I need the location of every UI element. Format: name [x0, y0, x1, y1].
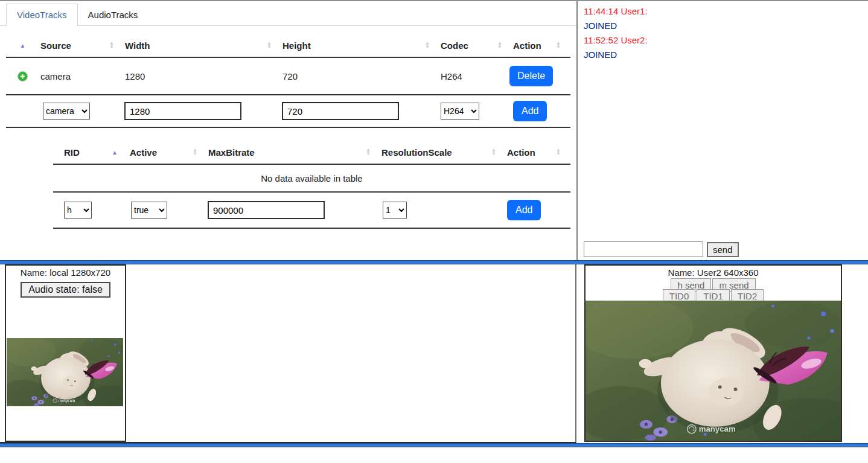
- layers-table: RID ▲ Active ▲▼ MaxBitrate ▲▼ Resolution…: [53, 141, 570, 229]
- layers-empty-row: No data available in table: [53, 165, 570, 193]
- layers-header-action[interactable]: Action ▲▼: [506, 141, 570, 164]
- chat-message-body: JOINED: [584, 48, 868, 62]
- chat-panel: 11:44:14 User1: JOINED 11:52:52 User2: J…: [576, 1, 868, 260]
- add-track-row: camera H264 Add: [6, 95, 570, 128]
- remote-video: [586, 301, 841, 441]
- header-label: Action: [513, 40, 541, 51]
- divider-line-bottom: [0, 443, 868, 447]
- tracks-header-width[interactable]: Width ▲▼: [124, 34, 281, 57]
- sort-icons: ▲▼: [425, 42, 430, 49]
- sort-icons: ▲▼: [491, 148, 496, 156]
- sort-icons: ▲▼: [556, 42, 561, 49]
- chat-input[interactable]: [584, 241, 703, 257]
- tab-audiotracks-label: AudioTracks: [88, 10, 138, 20]
- resolutionscale-select[interactable]: 1: [383, 202, 407, 219]
- tracks-header-codec[interactable]: Codec ▲▼: [439, 34, 512, 57]
- layers-header-active[interactable]: Active ▲▼: [129, 141, 207, 164]
- tab-videotracks-label: VideoTracks: [17, 10, 67, 20]
- header-label: RID: [64, 147, 80, 158]
- chat-message: 11:44:14 User1: JOINED: [584, 4, 868, 33]
- sort-down-icon: ▼: [556, 45, 561, 49]
- sort-down-icon: ▼: [193, 152, 197, 156]
- tracks-header-source[interactable]: Source ▲▼: [39, 34, 124, 57]
- local-video-box: Name: local 1280x720 Audio state: false: [5, 264, 126, 442]
- header-label: Height: [282, 40, 311, 51]
- width-input[interactable]: [124, 102, 241, 120]
- header-label: Width: [125, 40, 150, 51]
- sort-icons: ▲▼: [497, 42, 502, 49]
- add-layer-row: h true 1 Add: [53, 193, 570, 229]
- sort-down-icon: ▼: [267, 45, 272, 49]
- codec-select[interactable]: H264: [441, 103, 479, 120]
- height-input[interactable]: [282, 102, 399, 120]
- chat-log: 11:44:14 User1: JOINED 11:52:52 User2: J…: [578, 1, 868, 62]
- layers-table-header-row: RID ▲ Active ▲▼ MaxBitrate ▲▼ Resolution…: [53, 141, 570, 165]
- local-video-name: Name: local 1280x720: [6, 267, 125, 278]
- header-label: MaxBitrate: [208, 147, 255, 158]
- tracks-table-header-row: ▲ Source ▲▼ Width ▲▼ Height ▲▼ Codec ▲▼ …: [6, 34, 570, 58]
- layers-header-rid[interactable]: RID ▲: [53, 141, 129, 164]
- remote-video-box: Name: User2 640x360 h sendm send TID0TID…: [584, 264, 842, 442]
- header-label: Codec: [441, 40, 468, 51]
- sort-icons: ▲▼: [193, 148, 197, 156]
- sort-icons: ▲▼: [267, 42, 272, 49]
- sort-ascending-icon: ▲: [112, 149, 118, 156]
- chat-message: 11:52:52 User2: JOINED: [584, 33, 868, 62]
- header-label: Action: [507, 147, 535, 158]
- add-layer-button[interactable]: Add: [507, 200, 541, 220]
- expand-row-cell[interactable]: [6, 71, 39, 81]
- source-select[interactable]: camera: [43, 103, 90, 120]
- chat-message-body: JOINED: [584, 19, 868, 33]
- layers-header-maxbitrate[interactable]: MaxBitrate ▲▼: [207, 141, 380, 164]
- track-source-cell: camera: [39, 71, 124, 81]
- sort-down-icon: ▼: [366, 152, 371, 156]
- audio-state-button[interactable]: Audio state: false: [21, 282, 110, 298]
- sort-down-icon: ▼: [556, 152, 561, 156]
- track-height-cell: 720: [281, 71, 439, 81]
- header-label: ResolutionScale: [381, 147, 452, 158]
- header-label: Active: [130, 147, 157, 158]
- remote-video-area: Name: User2 640x360 h sendm send TID0TID…: [578, 264, 868, 443]
- header-label: Source: [40, 40, 71, 51]
- sort-down-icon: ▼: [497, 45, 502, 49]
- webrtc-demo-app: VideoTracks AudioTracks ▲ Source ▲▼ Widt…: [0, 0, 868, 463]
- track-row: camera 1280 720 H264 Delete: [6, 58, 570, 95]
- track-codec-cell: H264: [439, 71, 512, 81]
- tab-audiotracks[interactable]: AudioTracks: [78, 4, 148, 25]
- video-tracks-table: ▲ Source ▲▼ Width ▲▼ Height ▲▼ Codec ▲▼ …: [6, 34, 570, 128]
- tab-bar: VideoTracks AudioTracks: [0, 1, 576, 26]
- chat-message-header: 11:44:14 User1:: [584, 4, 868, 19]
- tracks-header-action[interactable]: Action ▲▼: [512, 34, 570, 57]
- local-video-area: Name: local 1280x720 Audio state: false: [0, 264, 576, 443]
- sort-icons: ▲▼: [366, 148, 371, 156]
- tracks-header-height[interactable]: Height ▲▼: [281, 34, 439, 57]
- sort-down-icon: ▼: [491, 152, 496, 156]
- sort-ascending-icon: ▲: [20, 42, 26, 49]
- divider-line-top: [0, 260, 868, 264]
- active-select[interactable]: true: [131, 202, 167, 219]
- send-button[interactable]: send: [707, 242, 739, 257]
- sort-icons: ▲▼: [556, 148, 561, 156]
- delete-track-button[interactable]: Delete: [509, 66, 553, 86]
- sort-down-icon: ▼: [425, 45, 430, 49]
- local-video: [7, 338, 123, 406]
- sort-down-icon: ▼: [109, 45, 114, 49]
- chat-message-header: 11:52:52 User2:: [584, 33, 868, 48]
- tracks-sort-control-header[interactable]: ▲: [6, 34, 39, 57]
- sort-icons: ▲▼: [109, 42, 114, 49]
- track-width-cell: 1280: [124, 71, 281, 81]
- maxbitrate-input[interactable]: [208, 201, 325, 219]
- expand-plus-icon[interactable]: [18, 71, 28, 81]
- rid-select[interactable]: h: [64, 202, 92, 219]
- chat-composer: send: [584, 241, 739, 257]
- layers-header-resolutionscale[interactable]: ResolutionScale ▲▼: [380, 141, 506, 164]
- tab-videotracks[interactable]: VideoTracks: [6, 4, 78, 26]
- add-track-button[interactable]: Add: [513, 101, 547, 121]
- remote-video-name: Name: User2 640x360: [586, 267, 841, 278]
